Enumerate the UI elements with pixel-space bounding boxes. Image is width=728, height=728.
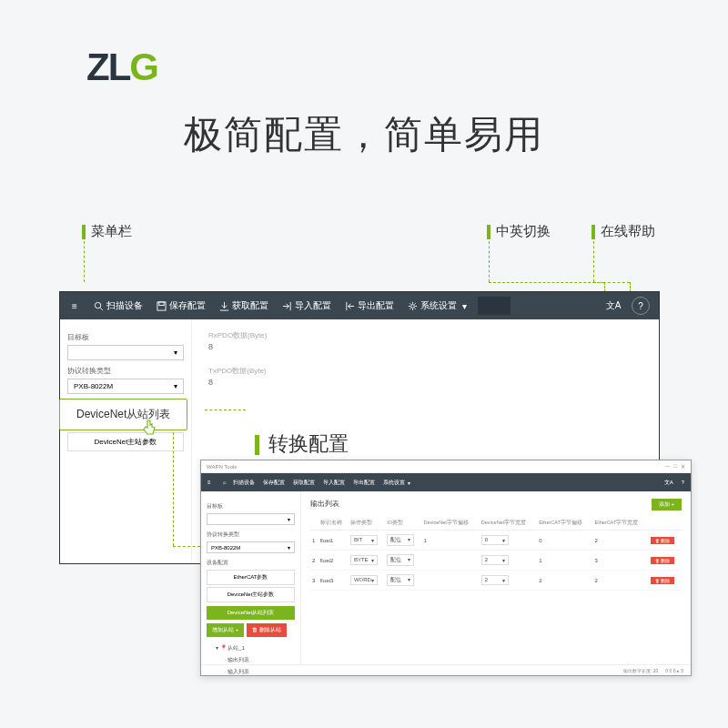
help-button-2[interactable]: ? bbox=[678, 473, 688, 491]
chevron-down-icon: ▾ bbox=[408, 480, 410, 486]
callout-devicenet-slave-list[interactable]: DeviceNet从站列表 bbox=[59, 399, 187, 430]
save-button-2[interactable]: 保存配置 bbox=[259, 473, 288, 491]
menu-button[interactable]: ≡ bbox=[64, 292, 86, 319]
content-2: 输出列表 添加 + 标识名称操作类型IO类型DeviceNet字节偏移Devic… bbox=[301, 491, 691, 664]
table-header: IO类型 bbox=[385, 516, 421, 531]
devicenet-master-button-2[interactable]: DeviceNet主站参数 bbox=[207, 587, 295, 602]
annotation-online-help: 在线帮助 bbox=[592, 223, 655, 240]
search-icon: ⌕ bbox=[219, 477, 230, 488]
ethercat-button-2[interactable]: EtherCAT参数 bbox=[207, 570, 295, 585]
close-icon[interactable]: ✕ bbox=[681, 463, 685, 470]
toolbar-1: ≡ 扫描设备 保存配置 获取配置 导入配置 导出配置 系统设置▾ 文A ? bbox=[60, 292, 659, 319]
maximize-icon[interactable]: □ bbox=[673, 463, 677, 470]
slave-tree: ▾ 📍 从站_1 · 输出列表 · 输入列表 bbox=[207, 642, 295, 678]
window-title: WAPN Tools bbox=[207, 464, 237, 470]
chevron-down-icon: ▾ bbox=[288, 544, 290, 551]
table-header bbox=[310, 516, 318, 531]
protocol-select-2[interactable]: PXB-8022M▾ bbox=[207, 541, 295, 553]
txpdo-label: TxPDO数据(Byte) bbox=[208, 366, 642, 376]
table-row: 1float1BIT ▾配位 ▾10 ▾02🗑 删除 bbox=[310, 531, 682, 551]
language-button[interactable]: 文A bbox=[602, 292, 624, 319]
cell-select[interactable]: 2 ▾ bbox=[481, 555, 509, 565]
cell-select[interactable]: 配位 ▾ bbox=[387, 574, 414, 586]
cell-select[interactable]: BYTE ▾ bbox=[350, 555, 378, 565]
status-left: 输出数字长度: 20 bbox=[623, 668, 658, 673]
minimize-icon[interactable]: — bbox=[664, 463, 670, 470]
target-select[interactable]: ▾ bbox=[67, 345, 184, 360]
delete-row-button[interactable]: 🗑 删除 bbox=[651, 557, 674, 564]
get-button-2[interactable]: 获取配置 bbox=[289, 473, 318, 491]
delete-row-button[interactable]: 🗑 删除 bbox=[651, 537, 674, 544]
export-button-2[interactable]: 导出配置 bbox=[349, 473, 379, 491]
get-config-button[interactable]: 获取配置 bbox=[213, 292, 274, 319]
scan-button-2[interactable]: ⌕扫描设备 bbox=[216, 473, 258, 491]
save-icon bbox=[156, 300, 167, 311]
help-icon: ? bbox=[682, 480, 684, 485]
chevron-down-icon: ▾ bbox=[462, 301, 467, 311]
cell-select[interactable]: 0 ▾ bbox=[481, 535, 509, 545]
tree-output[interactable]: · 输出列表 bbox=[207, 654, 295, 666]
toolbar-2: ≡ ⌕扫描设备 保存配置 获取配置 导入配置 导出配置 系统设置▾ 文A ? bbox=[201, 473, 691, 491]
add-row-button[interactable]: 添加 + bbox=[652, 499, 682, 511]
import-button[interactable]: 导入配置 bbox=[276, 292, 337, 319]
status-right: 0 0 0 ▸ 5 bbox=[665, 668, 683, 673]
delete-slave-button[interactable]: 🗑 删除从站 bbox=[247, 623, 287, 637]
menu-button-2[interactable]: ≡ bbox=[204, 473, 215, 491]
rxpdo-value: 8 bbox=[208, 342, 642, 351]
cell-select[interactable]: WORD ▾ bbox=[350, 575, 378, 585]
table-header: EtherCAT字节偏移 bbox=[537, 516, 592, 531]
import-icon bbox=[281, 300, 292, 311]
table-header: EtherCAT字节宽度 bbox=[593, 516, 649, 531]
pin-icon: 📍 bbox=[220, 645, 227, 651]
devicenet-slave-button-2[interactable]: DeviceNet从站列表 bbox=[207, 606, 295, 620]
cell-select[interactable]: 2 ▾ bbox=[481, 575, 509, 585]
add-slave-button[interactable]: 增加从站 + bbox=[207, 623, 244, 637]
system-button[interactable]: 系统设置▾ bbox=[401, 292, 472, 319]
output-table: 标识名称操作类型IO类型DeviceNet字节偏移DeviceNet字节宽度Et… bbox=[310, 516, 682, 591]
table-header: 操作类型 bbox=[349, 516, 385, 531]
download-icon bbox=[218, 300, 229, 311]
titlebar-2: WAPN Tools —□✕ bbox=[201, 460, 691, 473]
cell-select[interactable]: 配位 ▾ bbox=[387, 534, 414, 546]
system-button-2[interactable]: 系统设置▾ bbox=[379, 473, 414, 491]
table-row: 2float2BYTE ▾配位 ▾2 ▾13🗑 删除 bbox=[310, 551, 682, 571]
table-header: DeviceNet字节偏移 bbox=[422, 516, 480, 531]
svg-line-1 bbox=[100, 308, 103, 310]
table-header: DeviceNet字节宽度 bbox=[480, 516, 537, 531]
toolbar-dropdown[interactable] bbox=[478, 297, 511, 315]
search-icon bbox=[93, 300, 104, 311]
table-row: 3float3WORD ▾配位 ▾2 ▾22🗑 删除 bbox=[310, 571, 682, 591]
config-label-2: 设备配置 bbox=[207, 559, 295, 567]
tree-input[interactable]: · 输入列表 bbox=[207, 666, 295, 678]
table-title: 输出列表 bbox=[310, 499, 339, 511]
cell-select[interactable]: BIT ▾ bbox=[350, 535, 378, 545]
menu-icon: ≡ bbox=[69, 300, 80, 311]
help-button[interactable]: ? bbox=[626, 292, 655, 319]
export-button[interactable]: 导出配置 bbox=[339, 292, 399, 319]
cell-select[interactable]: 配位 ▾ bbox=[387, 554, 414, 566]
translate-icon: 文A bbox=[608, 300, 619, 311]
delete-row-button[interactable]: 🗑 删除 bbox=[651, 577, 674, 584]
svg-rect-3 bbox=[158, 301, 164, 305]
devicenet-master-button[interactable]: DeviceNet主站参数 bbox=[67, 432, 184, 451]
protocol-select[interactable]: PXB-8022M▾ bbox=[67, 379, 184, 394]
scan-button[interactable]: 扫描设备 bbox=[87, 292, 148, 319]
svg-point-0 bbox=[95, 302, 100, 308]
target-select-2[interactable]: ▾ bbox=[207, 513, 295, 525]
chevron-down-icon: ▾ bbox=[174, 349, 177, 357]
cursor-icon bbox=[141, 419, 157, 437]
chevron-down-icon: ▾ bbox=[174, 382, 177, 390]
table-header bbox=[649, 516, 682, 531]
translate-icon: 文A bbox=[664, 479, 673, 487]
protocol-label-2: 协议转换类型 bbox=[207, 531, 295, 539]
target-label: 目标板 bbox=[67, 332, 184, 342]
svg-point-4 bbox=[410, 304, 414, 308]
logo: ZLG bbox=[86, 46, 157, 89]
rxpdo-label: RxPDO数据(Byte) bbox=[208, 330, 642, 340]
save-button[interactable]: 保存配置 bbox=[150, 292, 211, 319]
tree-root[interactable]: ▾ 📍 从站_1 bbox=[207, 642, 295, 654]
protocol-label: 协议转换类型 bbox=[67, 366, 184, 376]
import-button-2[interactable]: 导入配置 bbox=[319, 473, 349, 491]
gear-icon bbox=[407, 300, 418, 311]
language-button-2[interactable]: 文A bbox=[661, 473, 677, 491]
